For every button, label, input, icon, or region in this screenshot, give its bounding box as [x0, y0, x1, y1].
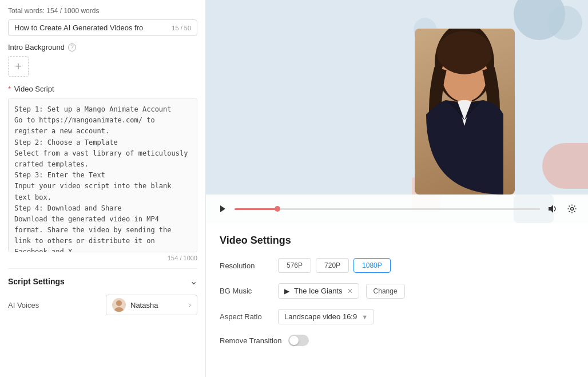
video-script-label: Video Script [14, 85, 54, 93]
preview-background [206, 0, 588, 223]
progress-fill [235, 208, 280, 210]
svg-point-0 [116, 300, 122, 306]
avatar [112, 298, 126, 312]
bg-music-control: ▶ The Ice Giants ✕ [278, 283, 359, 299]
title-input-wrapper[interactable]: How to Create AI Generated Videos fro 15… [8, 19, 197, 36]
bg-music-label: BG Music [220, 287, 271, 295]
remove-transition-row: Remove Transition [220, 335, 574, 346]
title-char-count: 15 / 50 [172, 25, 191, 31]
ai-voices-key: AI Voices [8, 301, 54, 309]
arrow-right-icon: › [189, 301, 191, 309]
video-script-textarea[interactable] [8, 98, 197, 252]
resolution-576p-button[interactable]: 576P [278, 258, 311, 273]
music-play-icon[interactable]: ▶ [284, 287, 289, 295]
required-star: * [8, 85, 11, 93]
intro-background-info-icon[interactable]: ? [68, 43, 76, 51]
music-name: The Ice Giants [294, 287, 343, 295]
svg-point-4 [437, 31, 492, 74]
aspect-ratio-label: Aspect Ratio [220, 312, 271, 321]
video-settings-panel: Video Settings Resolution 576P 720P 1080… [206, 223, 588, 377]
script-char-count: 154 / 1000 [8, 255, 197, 261]
video-settings-title: Video Settings [220, 235, 574, 247]
video-controls [206, 195, 588, 223]
svg-marker-6 [220, 205, 225, 212]
svg-point-1 [114, 307, 124, 312]
chevron-down-icon: ⌄ [190, 276, 197, 287]
bg-music-row: BG Music ▶ The Ice Giants ✕ Change [220, 283, 574, 299]
bg-shape-2 [548, 6, 582, 40]
remove-transition-label: Remove Transition [220, 336, 281, 345]
resolution-row: Resolution 576P 720P 1080P [220, 258, 574, 273]
play-button[interactable] [215, 202, 229, 216]
settings-button[interactable] [565, 202, 579, 216]
resolution-720p-button[interactable]: 720P [316, 258, 349, 273]
intro-background-label: Intro Background [8, 43, 65, 51]
progress-dot [275, 206, 280, 212]
aspect-ratio-row: Aspect Ratio Landscape video 16:9 ▼ [220, 309, 574, 324]
title-input: How to Create AI Generated Videos fro [14, 23, 167, 32]
right-panel: Video Settings Resolution 576P 720P 1080… [206, 0, 588, 377]
ai-voices-row: AI Voices Natasha › [8, 291, 197, 319]
bg-shape-3 [542, 143, 588, 189]
progress-bar[interactable] [235, 208, 540, 210]
add-icon: + [15, 60, 22, 73]
left-panel: Total words: 154 / 1000 words How to Cre… [0, 0, 206, 377]
chevron-down-icon: ▼ [361, 313, 368, 320]
change-music-button[interactable]: Change [366, 284, 405, 299]
video-preview-area [206, 0, 588, 223]
toggle-knob [289, 336, 299, 345]
remove-transition-toggle[interactable] [288, 335, 309, 346]
resolution-label: Resolution [220, 261, 271, 270]
script-settings-toggle[interactable]: Script Settings ⌄ [8, 268, 197, 291]
presenter-image [415, 29, 515, 195]
svg-marker-7 [549, 205, 553, 213]
volume-button[interactable] [546, 202, 559, 216]
aspect-ratio-dropdown[interactable]: Landscape video 16:9 ▼ [278, 309, 374, 324]
word-count: Total words: 154 / 1000 words [8, 7, 197, 15]
video-script-label-container: * Video Script [8, 85, 197, 93]
voice-name: Natasha [130, 301, 184, 309]
add-intro-background-button[interactable]: + [8, 56, 29, 77]
aspect-ratio-value: Landscape video 16:9 [284, 312, 357, 321]
resolution-1080p-button[interactable]: 1080P [353, 258, 391, 273]
intro-background-section: Intro Background ? [8, 43, 197, 51]
resolution-options: 576P 720P 1080P [278, 258, 391, 273]
svg-point-8 [571, 208, 574, 211]
script-settings-label: Script Settings [8, 277, 65, 286]
music-remove-icon[interactable]: ✕ [347, 287, 353, 295]
ai-voice-selector[interactable]: Natasha › [106, 295, 197, 315]
